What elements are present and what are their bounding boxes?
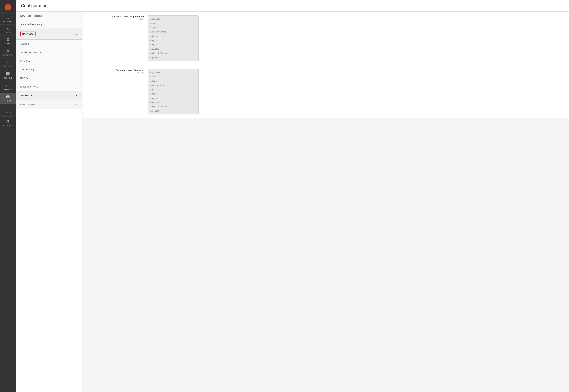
- svg-rect-5: [7, 40, 8, 41]
- country-item[interactable]: Andorra: [148, 87, 199, 92]
- sidebar-item-label: IND PARTNERS& EXTENSIONS: [3, 125, 13, 128]
- customers-section-title: CUSTOMERS: [20, 103, 36, 106]
- sidebar-item-label: REPORTS: [4, 89, 12, 90]
- nav-sub-item-visual-merchandiser[interactable]: Visual Merchandiser: [16, 48, 82, 57]
- country-item[interactable]: Angola: [148, 38, 199, 42]
- svg-rect-9: [6, 72, 9, 75]
- nav-section-catalog: CATALOG ∧ Catalog Visual Merchandiser In…: [16, 29, 82, 91]
- nav-sub-item-catalog[interactable]: Catalog: [16, 39, 82, 48]
- country-item[interactable]: Antarctica: [148, 47, 199, 51]
- sidebar-item-marketing[interactable]: MARKETING: [0, 58, 16, 70]
- country-item[interactable]: Argentina: [148, 109, 199, 113]
- catalog-section-title: CATALOG: [20, 31, 36, 36]
- zip-label: Zip/Postal Code is Optional for [global]: [87, 15, 148, 20]
- customers-icon: [6, 49, 10, 54]
- chevron-down-icon: ∨: [76, 94, 78, 97]
- chevron-up-icon: ∧: [76, 32, 78, 36]
- svg-rect-3: [7, 38, 8, 40]
- sidebar-item-label: STORES: [4, 100, 11, 102]
- svg-rect-15: [8, 85, 8, 87]
- sidebar-item-label: SYSTEM: [4, 112, 11, 113]
- eu-label-main: European Union Countries: [87, 69, 144, 71]
- country-item[interactable]: Albania: [148, 74, 199, 79]
- country-item[interactable]: Anguilla: [148, 42, 199, 47]
- country-item[interactable]: Afghanistan: [148, 70, 199, 74]
- svg-rect-18: [7, 97, 9, 98]
- country-item[interactable]: Antigua & Barbuda: [148, 51, 199, 55]
- sales-icon: $: [7, 27, 9, 31]
- sidebar-item-label: CONTENT: [4, 77, 12, 79]
- config-section: Zip/Postal Code is Optional for [global]…: [83, 12, 569, 118]
- sidebar-item-dashboard[interactable]: ⊙ DASHBOARD: [0, 14, 16, 25]
- chevron-down-icon-customers: ∨: [76, 103, 78, 106]
- right-panel: Zip/Postal Code is Optional for [global]…: [83, 12, 569, 392]
- svg-rect-12: [7, 74, 8, 75]
- svg-rect-11: [8, 73, 9, 74]
- zip-label-sub: [global]: [87, 18, 144, 20]
- sidebar-item-label: DASHBOARD: [2, 20, 13, 22]
- security-section-title: SECURITY: [20, 94, 32, 97]
- sidebar-item-partners[interactable]: IND PARTNERS& EXTENSIONS: [0, 118, 16, 130]
- page-header: Configuration: [16, 0, 569, 12]
- content-area: New Relic Reporting Advanced Reporting C…: [16, 12, 569, 392]
- nav-sub-item-email-to-friend[interactable]: Email to a Friend: [16, 83, 82, 91]
- dashboard-icon: ⊙: [6, 16, 9, 20]
- zip-value: Afghanistan Albania Algeria American Sam…: [148, 15, 564, 61]
- eu-country-list[interactable]: Afghanistan Albania Algeria American Sam…: [148, 69, 199, 114]
- country-item[interactable]: Andorra: [148, 34, 199, 38]
- country-item[interactable]: Albania: [148, 21, 199, 25]
- config-row-eu: European Union Countries [global] Afghan…: [83, 65, 569, 118]
- sidebar: ⊙ DASHBOARD $ SALES CATALOG CUSTOMERS: [0, 0, 16, 392]
- sidebar-divider: [2, 116, 14, 117]
- sidebar-item-content[interactable]: CONTENT: [0, 70, 16, 81]
- nav-sub-item-xml-sitemap[interactable]: XML Sitemap: [16, 65, 82, 74]
- country-item[interactable]: Antigua & Barbuda: [148, 104, 199, 109]
- country-item[interactable]: Angola: [148, 92, 199, 96]
- country-item[interactable]: Antarctica: [148, 100, 199, 104]
- nav-sub-item-rss-feeds[interactable]: RSS Feeds: [16, 74, 82, 83]
- main-content: Configuration New Relic Reporting Advanc…: [16, 0, 569, 392]
- nav-item-new-relic[interactable]: New Relic Reporting: [16, 12, 82, 20]
- config-row-zip: Zip/Postal Code is Optional for [global]…: [83, 12, 569, 65]
- logo: [0, 0, 16, 14]
- system-icon: [6, 106, 10, 111]
- country-item[interactable]: Argentina: [148, 55, 199, 60]
- svg-rect-14: [6, 85, 7, 87]
- catalog-icon: [6, 38, 10, 42]
- nav-item-advanced-reporting[interactable]: Advanced Reporting: [16, 20, 82, 29]
- country-item[interactable]: American Samoa: [148, 30, 199, 34]
- marketing-icon: [6, 61, 10, 65]
- left-nav: New Relic Reporting Advanced Reporting C…: [16, 12, 83, 392]
- sidebar-item-reports[interactable]: REPORTS: [0, 81, 16, 93]
- svg-point-19: [7, 108, 8, 109]
- eu-label-sub: [global]: [87, 71, 144, 73]
- page-title: Configuration: [21, 3, 564, 8]
- sidebar-item-stores[interactable]: STORES: [0, 93, 16, 104]
- sidebar-item-catalog[interactable]: CATALOG: [0, 36, 16, 47]
- zip-country-list[interactable]: Afghanistan Albania Algeria American Sam…: [148, 15, 199, 61]
- sidebar-item-label: CATALOG: [4, 43, 12, 45]
- country-item[interactable]: Algeria: [148, 79, 199, 83]
- sidebar-item-sales[interactable]: $ SALES: [0, 25, 16, 36]
- svg-point-7: [7, 50, 9, 51]
- reports-icon: [6, 84, 10, 88]
- stores-icon: [6, 95, 10, 99]
- eu-label: European Union Countries [global]: [87, 69, 148, 73]
- nav-section-header-security[interactable]: SECURITY ∨: [16, 91, 82, 100]
- svg-point-21: [8, 121, 8, 122]
- country-item[interactable]: Anguilla: [148, 96, 199, 100]
- sidebar-item-label: MARKETING: [3, 66, 13, 68]
- country-item[interactable]: American Samoa: [148, 83, 199, 87]
- sidebar-item-customers[interactable]: CUSTOMERS: [0, 47, 16, 58]
- svg-rect-13: [8, 74, 9, 75]
- sidebar-item-label: SALES: [5, 31, 11, 33]
- nav-section-header-catalog[interactable]: CATALOG ∧: [16, 29, 82, 39]
- zip-label-main: Zip/Postal Code is Optional for: [87, 15, 144, 18]
- country-item[interactable]: Afghanistan: [148, 17, 199, 21]
- nav-sub-item-inventory[interactable]: Inventory: [16, 57, 82, 65]
- nav-section-header-customers[interactable]: CUSTOMERS ∨: [16, 100, 82, 109]
- svg-marker-2: [7, 6, 9, 11]
- sidebar-item-system[interactable]: SYSTEM: [0, 104, 16, 115]
- partners-icon: [6, 120, 10, 124]
- country-item[interactable]: Algeria: [148, 25, 199, 30]
